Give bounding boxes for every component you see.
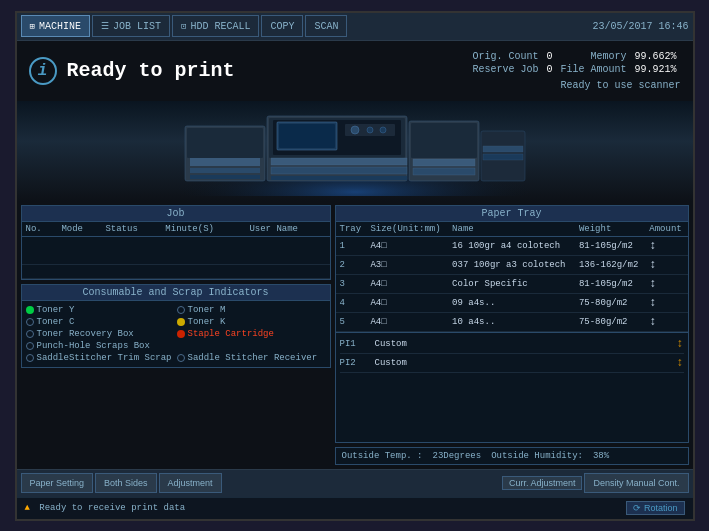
hdd-icon: ⊡	[181, 21, 186, 32]
left-panel: Job No. Mode Status Minute(S) User Name	[21, 205, 331, 465]
tray-2-size: A3□	[366, 255, 448, 274]
paper-setting-button[interactable]: Paper Setting	[21, 473, 94, 493]
tray-4-amount-arrow[interactable]: ↕	[645, 293, 687, 312]
table-row: 1 A4□ 16 100gr a4 colotech 81-105g/m2 ↕	[336, 236, 688, 255]
reserve-job-value: 0	[542, 63, 556, 76]
toner-y-label: Toner Y	[37, 305, 75, 315]
svg-rect-2	[187, 128, 263, 158]
staple-cartridge-label: Staple Cartridge	[188, 329, 274, 339]
consumable-saddle-receiver: Saddle Stitcher Receiver	[177, 353, 326, 363]
tab-copy[interactable]: COPY	[261, 15, 303, 37]
status-bottom-text: Ready to receive print data	[39, 503, 185, 513]
humidity-label: Outside Humidity:	[491, 451, 583, 461]
tab-job-list[interactable]: ☰ JOB LIST	[92, 15, 170, 37]
toner-m-dot	[177, 306, 185, 314]
machine-icon: ⊞	[30, 21, 35, 32]
tray-5-amount-arrow[interactable]: ↕	[645, 312, 687, 331]
custom-trays: PI1 Custom ↕ PI2 Custom ↕	[336, 332, 688, 375]
scanner-ready-text: Ready to use scanner	[468, 80, 680, 91]
svg-point-13	[367, 127, 373, 133]
tray-1-weight: 81-105g/m2	[575, 236, 645, 255]
tab-hdd-recall[interactable]: ⊡ HDD RECALL	[172, 15, 259, 37]
top-nav: ⊞ MACHINE ☰ JOB LIST ⊡ HDD RECALL COPY S…	[17, 13, 693, 41]
tray-3-weight: 81-105g/m2	[575, 274, 645, 293]
tab-scan[interactable]: SCAN	[305, 15, 347, 37]
humidity-value: 38%	[593, 451, 609, 461]
memory-value: 99.662%	[630, 50, 680, 63]
col-tray: Tray	[336, 222, 367, 237]
status-bottom: ▲ Ready to receive print data ⟳ Rotation	[17, 497, 693, 519]
tray-3-name: Color Specific	[448, 274, 575, 293]
pi1-arrow[interactable]: ↕	[676, 337, 683, 351]
screen: ⊞ MACHINE ☰ JOB LIST ⊡ HDD RECALL COPY S…	[15, 11, 695, 521]
pi2-label: PI2	[340, 358, 375, 368]
density-manual-button[interactable]: Density Manual Cont.	[584, 473, 688, 493]
svg-rect-5	[190, 175, 260, 179]
job-table: No. Mode Status Minute(S) User Name	[22, 222, 330, 279]
pi2-value: Custom	[375, 358, 677, 368]
svg-rect-16	[271, 167, 407, 174]
col-no: No.	[22, 222, 58, 237]
svg-rect-4	[190, 168, 260, 173]
consumable-punch-hole: Punch-Hole Scraps Box	[26, 341, 175, 351]
pi2-row: PI2 Custom ↕	[340, 354, 684, 373]
toner-k-dot	[177, 318, 185, 326]
consumable-toner-m: Toner M	[177, 305, 326, 315]
pi2-arrow[interactable]: ↕	[676, 356, 683, 370]
tray-2-num: 2	[336, 255, 367, 274]
tray-3-amount-arrow[interactable]: ↕	[645, 274, 687, 293]
both-sides-button[interactable]: Both Sides	[95, 473, 157, 493]
svg-rect-10	[279, 124, 335, 148]
svg-rect-19	[411, 123, 477, 158]
svg-point-14	[380, 127, 386, 133]
tray-3-size: A4□	[366, 274, 448, 293]
col-amount: Amount	[645, 222, 687, 237]
col-minutes: Minute(S)	[161, 222, 245, 237]
info-icon: i	[29, 57, 57, 85]
datetime: 23/05/2017 16:46	[592, 21, 688, 32]
svg-rect-3	[190, 158, 260, 166]
paper-tray-header: Paper Tray	[336, 206, 688, 222]
tray-5-num: 5	[336, 312, 367, 331]
svg-rect-24	[483, 154, 523, 160]
temp-label: Outside Temp. :	[342, 451, 423, 461]
curr-adjustment-button[interactable]: Curr. Adjustment	[502, 476, 583, 490]
right-panel: Paper Tray Tray Size(Unit:mm) Name Weigh…	[335, 205, 689, 465]
table-row: 5 A4□ 10 a4s.. 75-80g/m2 ↕	[336, 312, 688, 331]
paper-tray-panel: Paper Tray Tray Size(Unit:mm) Name Weigh…	[335, 205, 689, 443]
saddle-trim-label: SaddleStitcher Trim Scrap	[37, 353, 172, 363]
status-area: i Ready to print Orig. Count 0 Memory 99…	[17, 41, 693, 101]
col-size: Size(Unit:mm)	[366, 222, 448, 237]
svg-rect-20	[413, 159, 475, 166]
consumable-saddle-trim: SaddleStitcher Trim Scrap	[26, 353, 175, 363]
tray-1-name: 16 100gr a4 colotech	[448, 236, 575, 255]
tab-machine[interactable]: ⊞ MACHINE	[21, 15, 90, 37]
rotation-button[interactable]: ⟳ Rotation	[626, 501, 684, 515]
consumable-toner-c: Toner C	[26, 317, 175, 327]
tray-1-amount-arrow[interactable]: ↕	[645, 236, 687, 255]
table-row: 3 A4□ Color Specific 81-105g/m2 ↕	[336, 274, 688, 293]
warning-area: ▲ Ready to receive print data	[25, 503, 186, 513]
col-mode: Mode	[57, 222, 101, 237]
tray-5-weight: 75-80g/m2	[575, 312, 645, 331]
main-content: Job No. Mode Status Minute(S) User Name	[17, 201, 693, 469]
tray-3-num: 3	[336, 274, 367, 293]
orig-count-label: Orig. Count	[468, 50, 542, 63]
punch-hole-label: Punch-Hole Scraps Box	[37, 341, 150, 351]
warning-icon: ▲	[25, 503, 30, 513]
toner-c-dot	[26, 318, 34, 326]
tab-copy-label: COPY	[270, 21, 294, 32]
consumable-toner-y: Toner Y	[26, 305, 175, 315]
ready-text: Ready to print	[67, 59, 235, 82]
consumable-recovery-box: Toner Recovery Box	[26, 329, 175, 339]
col-status: Status	[101, 222, 161, 237]
adjustment-button[interactable]: Adjustment	[159, 473, 222, 493]
environment-bar: Outside Temp. : 23Degrees Outside Humidi…	[335, 447, 689, 465]
pi1-row: PI1 Custom ↕	[340, 335, 684, 354]
pi1-value: Custom	[375, 339, 677, 349]
tab-scan-label: SCAN	[314, 21, 338, 32]
tray-2-amount-arrow[interactable]: ↕	[645, 255, 687, 274]
svg-point-12	[351, 126, 359, 134]
memory-label: Memory	[556, 50, 630, 63]
consumables-header: Consumable and Scrap Indicators	[22, 285, 330, 301]
